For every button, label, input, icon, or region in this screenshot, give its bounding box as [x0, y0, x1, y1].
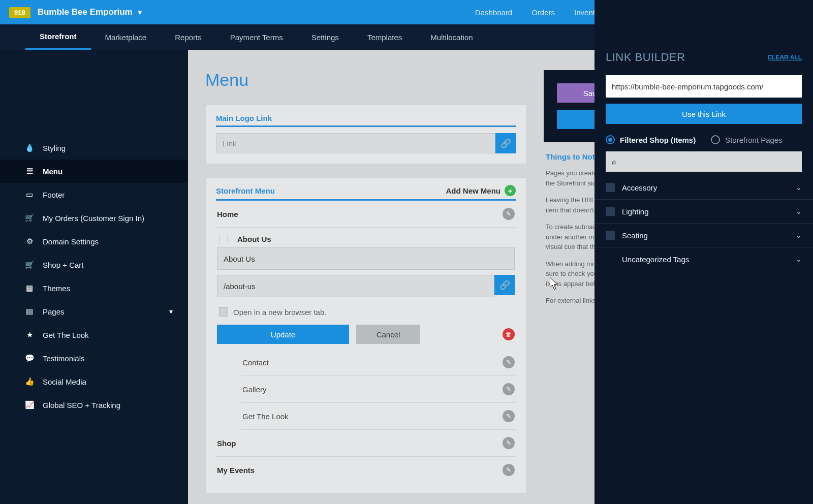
use-this-link-button[interactable]: Use this Link: [606, 104, 802, 124]
subnav-multilocation[interactable]: Multilocation: [416, 24, 487, 50]
submenu-item-gallery[interactable]: Gallery ✎: [241, 376, 516, 403]
radio-label: Storefront Pages: [725, 136, 783, 144]
search-icon: ⌕: [612, 158, 616, 166]
sidebar-item-menu[interactable]: ☰ Menu: [0, 160, 188, 183]
link-builder-button[interactable]: 🔗: [494, 275, 515, 295]
submenu-label: Contact: [242, 358, 269, 367]
menu-item-edit-block: 🔗 Open in a new browser tab. Update Canc…: [216, 247, 516, 349]
sidebar-label: Themes: [43, 284, 70, 293]
delete-button[interactable]: 🗑: [503, 328, 515, 340]
footer-icon: ▭: [24, 190, 35, 200]
checkbox[interactable]: [606, 207, 615, 216]
store-name[interactable]: Bumble Bee Emporium: [38, 7, 133, 17]
cart-icon: 🛒: [24, 213, 35, 223]
edit-icon[interactable]: ✎: [503, 356, 515, 368]
cart-icon: 🛒: [24, 260, 35, 270]
sidebar-item-footer[interactable]: ▭ Footer: [0, 183, 188, 206]
drop-icon: 💧: [24, 143, 35, 153]
category-label: Uncategorized Tags: [622, 255, 689, 264]
subnav-payment-terms[interactable]: Payment Terms: [216, 24, 297, 50]
add-new-menu-button[interactable]: Add New Menu +: [446, 185, 516, 196]
category-lighting[interactable]: Lighting ⌄: [595, 200, 813, 224]
sidebar-label: Menu: [43, 167, 62, 176]
sidebar-item-testimonials[interactable]: 💬 Testimonials: [0, 346, 188, 370]
subnav-settings[interactable]: Settings: [297, 24, 353, 50]
link-builder-title: LINK BUILDER: [606, 51, 685, 64]
plus-icon: +: [505, 185, 516, 196]
chevron-down-icon: ▾: [169, 307, 173, 316]
submenu-item-contact[interactable]: Contact ✎: [241, 349, 516, 376]
sidebar-label: My Orders (Customer Sign In): [43, 214, 144, 223]
subnav-marketplace[interactable]: Marketplace: [91, 24, 161, 50]
link-builder-panel: LINK BUILDER CLEAR ALL Use this Link Fil…: [595, 0, 813, 504]
menu-item-home[interactable]: Home ✎: [216, 201, 516, 228]
edit-icon[interactable]: ✎: [503, 464, 515, 476]
chevron-down-icon[interactable]: ▼: [137, 9, 143, 16]
sidebar-label: Get The Look: [43, 331, 89, 339]
pages-icon: ▤: [24, 306, 35, 317]
subnav-templates[interactable]: Templates: [353, 24, 416, 50]
page-title: Menu: [205, 70, 526, 90]
subnav-reports[interactable]: Reports: [161, 24, 216, 50]
link-builder-button[interactable]: 🔗: [495, 133, 516, 153]
category-accessory[interactable]: Accessory ⌄: [595, 176, 813, 200]
add-new-label: Add New Menu: [446, 186, 501, 195]
nav-dashboard[interactable]: Dashboard: [475, 0, 512, 24]
checkbox[interactable]: [606, 231, 615, 240]
radio-filtered-shop[interactable]: Filtered Shop (Items): [606, 135, 696, 144]
cancel-button[interactable]: Cancel: [356, 325, 420, 344]
sidebar-item-seo[interactable]: 📈 Global SEO + Tracking: [0, 393, 188, 417]
sidebar-item-pages[interactable]: ▤ Pages ▾: [0, 300, 188, 323]
clear-all-link[interactable]: CLEAR ALL: [767, 54, 802, 61]
menu-item-label: About Us: [237, 235, 271, 243]
menu-item-label: My Events: [217, 466, 255, 475]
logo-link-input[interactable]: [216, 133, 495, 153]
new-tab-checkbox[interactable]: [219, 307, 228, 317]
menu-item-my-events[interactable]: My Events ✎: [216, 457, 516, 483]
sidebar-item-styling[interactable]: 💧 Styling: [0, 136, 188, 160]
category-uncategorized-tags[interactable]: Uncategorized Tags ⌄: [595, 247, 813, 271]
sidebar-label: Pages: [43, 307, 65, 316]
edit-icon[interactable]: ✎: [503, 410, 515, 422]
sidebar-label: Domain Settings: [43, 237, 99, 246]
sidebar-item-shop-cart[interactable]: 🛒 Shop + Cart: [0, 253, 188, 276]
menu-item-label: Home: [217, 210, 238, 218]
chevron-down-icon: ⌄: [796, 207, 802, 215]
menu-name-input[interactable]: [217, 247, 515, 270]
sidebar-item-my-orders[interactable]: 🛒 My Orders (Customer Sign In): [0, 206, 188, 230]
checkbox[interactable]: [606, 183, 615, 192]
menu-item-about[interactable]: ⋮⋮⋮⋮ About Us: [216, 228, 516, 247]
category-seating[interactable]: Seating ⌄: [595, 224, 813, 247]
category-label: Lighting: [622, 207, 649, 216]
sidebar-item-domain-settings[interactable]: ⚙ Domain Settings: [0, 230, 188, 253]
radio-label: Filtered Shop (Items): [620, 136, 696, 144]
sidebar-item-get-the-look[interactable]: ★ Get The Look: [0, 323, 188, 346]
radio-storefront-pages[interactable]: Storefront Pages: [711, 135, 783, 144]
sidebar-item-themes[interactable]: ▦ Themes: [0, 276, 188, 300]
category-label: Seating: [622, 231, 648, 240]
star-icon: ★: [24, 330, 35, 340]
category-search-input[interactable]: [620, 158, 796, 166]
menu-url-input[interactable]: [217, 275, 494, 297]
sidebar-label: Footer: [43, 191, 65, 199]
edit-icon[interactable]: ✎: [503, 208, 515, 220]
link-url-input[interactable]: [606, 75, 802, 98]
submenu-item-get-the-look[interactable]: Get The Look ✎: [241, 403, 516, 430]
category-search[interactable]: ⌕: [606, 151, 802, 172]
main-content: Menu Main Logo Link 🔗 Storefront Menu Ad…: [188, 50, 544, 504]
notification-badge[interactable]: 918: [9, 7, 30, 18]
sidebar-item-social-media[interactable]: 👍 Social Media: [0, 370, 188, 393]
edit-icon[interactable]: ✎: [503, 383, 515, 395]
update-button[interactable]: Update: [217, 325, 349, 344]
submenu-label: Gallery: [242, 385, 267, 394]
menu-item-shop[interactable]: Shop ✎: [216, 430, 516, 457]
subnav-storefront[interactable]: Storefront: [25, 24, 91, 50]
drag-handle-icon[interactable]: ⋮⋮⋮⋮: [216, 236, 232, 242]
main-logo-link-panel: Main Logo Link 🔗: [205, 104, 526, 164]
nav-orders[interactable]: Orders: [531, 0, 555, 24]
themes-icon: ▦: [24, 283, 35, 293]
trash-icon: 🗑: [506, 331, 512, 338]
chat-icon: 💬: [24, 353, 35, 363]
edit-icon[interactable]: ✎: [503, 437, 515, 449]
chevron-down-icon: ⌄: [796, 255, 802, 263]
